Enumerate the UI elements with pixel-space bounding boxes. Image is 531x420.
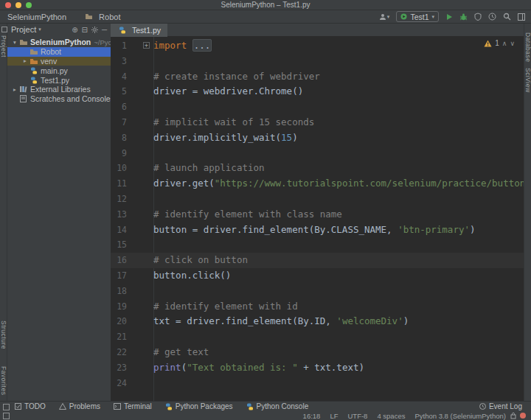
line-number[interactable]: 6 (111, 99, 127, 115)
line-number[interactable]: 10 (111, 161, 127, 176)
notification-dot[interactable] (520, 413, 526, 419)
tree-item-external-libraries[interactable]: ▸External Libraries (7, 85, 111, 94)
status-item[interactable]: 16:18 (303, 412, 321, 420)
code-line-10[interactable]: 10# launch application (111, 161, 524, 176)
project-view-select[interactable]: Project (11, 25, 36, 34)
status-left-icon[interactable] (3, 413, 10, 419)
project-name-button[interactable]: SeleniumPython (7, 13, 66, 21)
locate-icon[interactable]: ⊕ (72, 26, 77, 34)
tree-item-scratches-and-consoles[interactable]: Scratches and Consoles (7, 94, 111, 104)
code-line-21[interactable]: 21 (111, 329, 524, 345)
code-line-22[interactable]: 22# get text (111, 345, 524, 360)
next-problem-icon[interactable]: ∨ (510, 40, 515, 47)
module-breadcrumb[interactable]: Robot (84, 13, 120, 21)
code-line-5[interactable]: 5driver = webdriver.Chrome() (111, 84, 524, 99)
code-line-1[interactable]: 1+import ... (111, 38, 524, 54)
run-button[interactable] (445, 13, 453, 21)
line-number[interactable]: 17 (111, 268, 127, 284)
line-number[interactable]: 12 (111, 192, 127, 207)
tree-item-main-py[interactable]: main.py (7, 66, 111, 75)
run-configuration-select[interactable]: Test1 ▾ (396, 11, 439, 22)
tab-test1-py[interactable]: Test1.py (111, 24, 167, 37)
event-log-button[interactable]: Event Log (479, 402, 522, 411)
inspections-widget[interactable]: 1 ∧ ∨ (484, 39, 515, 47)
line-number[interactable]: 21 (111, 329, 127, 345)
code-line-18[interactable]: 18 (111, 284, 524, 299)
chevron-icon[interactable]: ▸ (21, 57, 29, 64)
tree-item-seleniumpython[interactable]: ▾SeleniumPython~/PycharmPro... (7, 38, 111, 47)
close-window-button[interactable] (5, 2, 11, 8)
zoom-window-button[interactable] (26, 2, 32, 8)
tree-item-robot[interactable]: Robot (7, 47, 111, 57)
tree-item-venv[interactable]: ▸venv (7, 57, 111, 66)
code-line-13[interactable]: 13# identify element with class name (111, 207, 524, 223)
code-line-7[interactable]: 7# implicit wait of 15 seconds (111, 115, 524, 130)
code-line-15[interactable]: 15 (111, 237, 524, 253)
line-number[interactable]: 16 (111, 253, 127, 268)
tool-windows-icon[interactable] (1, 27, 7, 32)
tool-window-switcher-icon[interactable] (3, 404, 10, 410)
line-number[interactable]: 23 (111, 360, 127, 376)
tool-stripe-database-button[interactable]: Database (524, 32, 531, 62)
code-line-23[interactable]: 23print("Text obtained is: " + txt.text) (111, 360, 524, 376)
code-line-19[interactable]: 19# identify element with id (111, 299, 524, 315)
line-number[interactable]: 15 (111, 237, 127, 253)
code-line-17[interactable]: 17button.click() (111, 268, 524, 284)
line-number[interactable]: 8 (111, 130, 127, 146)
code-line-8[interactable]: 8driver.implicitly_wait(15) (111, 130, 524, 146)
line-number[interactable]: 3 (111, 54, 127, 69)
tool-window-button-python-console[interactable]: Python Console (246, 402, 309, 410)
code-line-24[interactable]: 24 (111, 376, 524, 391)
profiler-button[interactable] (488, 13, 496, 21)
settings-icon[interactable] (91, 27, 98, 33)
tool-stripe-structure-button[interactable]: Structure (0, 321, 7, 349)
code-line-6[interactable]: 6 (111, 99, 524, 115)
code-line-4[interactable]: 4# create instance of webdriver (111, 69, 524, 85)
search-everywhere-button[interactable] (503, 13, 511, 21)
tool-stripe-favorites-button[interactable]: Favorites (0, 366, 7, 395)
line-number[interactable]: 1 (111, 38, 127, 54)
code-line-11[interactable]: 11driver.get("https://www.tutorialspoint… (111, 176, 524, 192)
debug-button[interactable] (459, 13, 468, 21)
status-item[interactable]: 4 spaces (377, 412, 405, 420)
line-number[interactable]: 18 (111, 284, 127, 299)
code-line-12[interactable]: 12 (111, 192, 524, 207)
minimize-window-button[interactable] (15, 2, 21, 8)
line-number[interactable]: 11 (111, 176, 127, 192)
line-number[interactable]: 20 (111, 314, 127, 329)
hide-icon[interactable]: ─ (102, 26, 107, 34)
lock-icon[interactable] (510, 412, 516, 419)
tree-item-test1-py[interactable]: Test1.py (7, 75, 111, 85)
fold-expand-icon[interactable]: + (143, 42, 150, 49)
prev-problem-icon[interactable]: ∧ (502, 40, 507, 47)
line-number[interactable]: 9 (111, 146, 127, 161)
line-number[interactable]: 4 (111, 69, 127, 85)
status-item[interactable]: UTF-8 (347, 412, 367, 420)
tool-stripe-sciview-button[interactable]: SciView (524, 68, 531, 93)
collapse-all-icon[interactable]: ⊟ (82, 26, 88, 34)
line-number[interactable]: 7 (111, 115, 127, 130)
chevron-icon[interactable]: ▸ (11, 86, 18, 93)
tool-window-button-python-packages[interactable]: Python Packages (165, 402, 233, 410)
line-number[interactable]: 14 (111, 223, 127, 238)
coverage-button[interactable] (474, 13, 482, 21)
code-line-14[interactable]: 14button = driver.find_element(By.CLASS_… (111, 223, 524, 238)
code-line-20[interactable]: 20txt = driver.find_element(By.ID, 'welc… (111, 314, 524, 329)
editor[interactable]: 1+import ...34# create instance of webdr… (111, 37, 524, 401)
tool-stripe-project-button[interactable]: Project (0, 35, 7, 57)
code-line-9[interactable]: 9 (111, 146, 524, 161)
line-number[interactable]: 19 (111, 299, 127, 315)
status-item[interactable]: Python 3.8 (SeleniumPython) (414, 412, 506, 420)
layout-settings-button[interactable] (518, 13, 525, 21)
line-number[interactable]: 22 (111, 345, 127, 360)
tool-window-button-todo[interactable]: TODO (15, 402, 46, 410)
line-number[interactable]: 5 (111, 84, 127, 99)
line-number[interactable]: 24 (111, 376, 127, 391)
code-line-16[interactable]: 16# click on button (111, 253, 524, 268)
chevron-icon[interactable]: ▾ (11, 39, 18, 46)
tool-window-button-problems[interactable]: Problems (59, 402, 100, 410)
line-number[interactable]: 13 (111, 207, 127, 223)
status-item[interactable]: LF (330, 412, 338, 420)
code-line-3[interactable]: 3 (111, 54, 524, 69)
user-icon[interactable]: ▾ (379, 13, 390, 21)
